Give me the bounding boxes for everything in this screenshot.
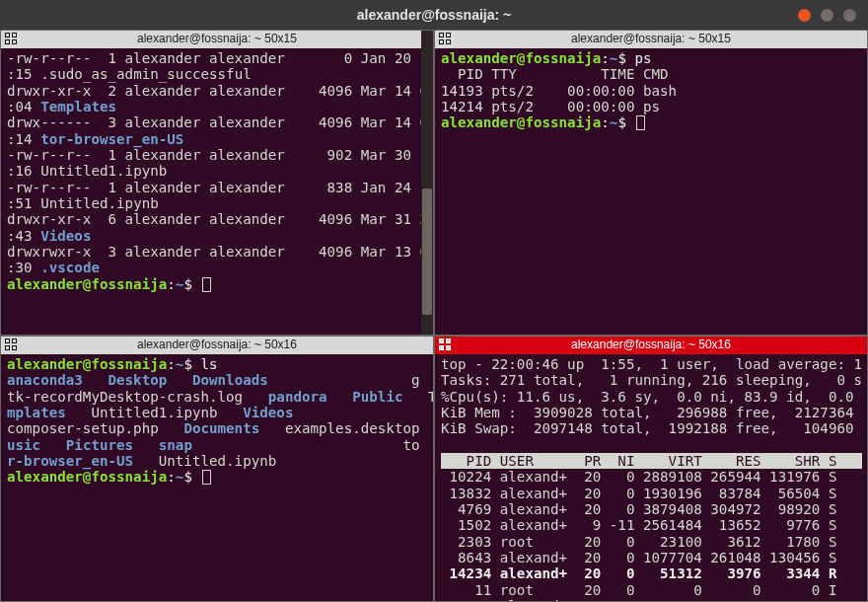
terminal-output[interactable]: top - 22:00:46 up 1:55, 1 user, load ave…	[435, 354, 867, 601]
scrollbar[interactable]	[421, 31, 433, 335]
pane-titlebar[interactable]: alexander@fossnaija: ~ 50x16	[435, 337, 867, 354]
split-icon	[439, 339, 452, 351]
pane-top-right[interactable]: alexander@fossnaija: ~ 50x15 alexander@f…	[434, 30, 868, 336]
pane-title: alexander@fossnaija: ~ 50x16	[137, 339, 297, 352]
pane-top-left[interactable]: alexander@fossnaija: ~ 50x15 -rw-r--r-- …	[0, 30, 434, 336]
pane-titlebar[interactable]: alexander@fossnaija: ~ 50x15	[1, 31, 433, 48]
pane-titlebar[interactable]: alexander@fossnaija: ~ 50x16	[1, 337, 433, 354]
pane-title: alexander@fossnaija: ~ 50x15	[571, 33, 731, 46]
close-icon[interactable]	[798, 9, 811, 22]
split-icon	[439, 33, 452, 45]
pane-titlebar[interactable]: alexander@fossnaija: ~ 50x15	[435, 31, 867, 48]
terminal-split-grid: alexander@fossnaija: ~ 50x15 -rw-r--r-- …	[0, 30, 868, 602]
pane-bottom-left[interactable]: alexander@fossnaija: ~ 50x16 alexander@f…	[0, 336, 434, 602]
pane-title: alexander@fossnaija: ~ 50x16	[571, 339, 731, 352]
window-controls	[798, 9, 856, 22]
window-title: alexander@fossnaija: ~	[357, 7, 511, 23]
scrollbar-thumb[interactable]	[422, 188, 432, 315]
window-titlebar: alexander@fossnaija: ~	[0, 0, 868, 30]
pane-bottom-right[interactable]: alexander@fossnaija: ~ 50x16 top - 22:00…	[434, 336, 868, 602]
split-icon	[5, 339, 18, 351]
terminal-output[interactable]: alexander@fossnaija:~$ ls anaconda3 Desk…	[1, 354, 433, 601]
terminal-output[interactable]: -rw-r--r-- 1 alexander alexander 0 Jan 2…	[1, 48, 433, 335]
minimize-icon[interactable]	[821, 9, 833, 22]
split-icon	[5, 33, 18, 45]
maximize-icon[interactable]	[843, 9, 856, 22]
pane-title: alexander@fossnaija: ~ 50x15	[137, 33, 297, 46]
terminal-output[interactable]: alexander@fossnaija:~$ ps PID TTY TIME C…	[435, 48, 867, 335]
